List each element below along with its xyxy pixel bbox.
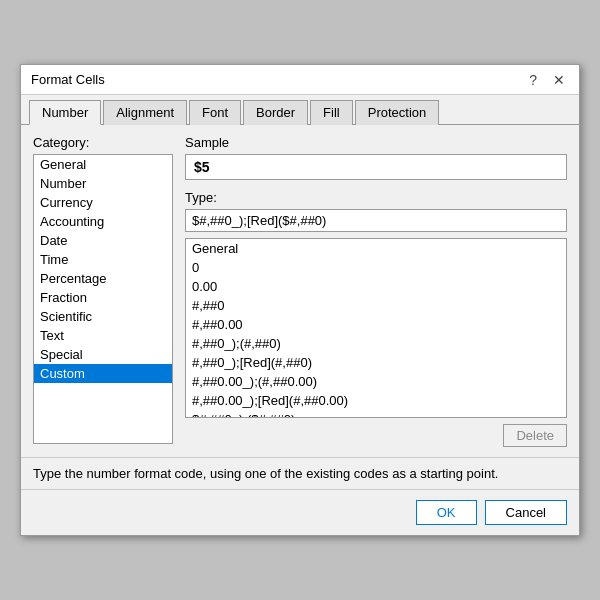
format-item[interactable]: 0.00: [186, 277, 566, 296]
category-item[interactable]: Number: [34, 174, 172, 193]
sample-value: $5: [194, 159, 210, 175]
tab-font[interactable]: Font: [189, 100, 241, 125]
help-button[interactable]: ?: [525, 72, 541, 88]
type-input[interactable]: [185, 209, 567, 232]
title-bar: Format Cells ? ✕: [21, 65, 579, 95]
delete-button[interactable]: Delete: [503, 424, 567, 447]
type-label: Type:: [185, 190, 567, 205]
category-item[interactable]: Time: [34, 250, 172, 269]
category-item[interactable]: General: [34, 155, 172, 174]
tab-border[interactable]: Border: [243, 100, 308, 125]
format-item[interactable]: #,##0_);[Red](#,##0): [186, 353, 566, 372]
title-controls: ? ✕: [525, 72, 569, 88]
format-item[interactable]: $#,##0_);($#,##0): [186, 410, 566, 418]
cancel-button[interactable]: Cancel: [485, 500, 567, 525]
hint-text: Type the number format code, using one o…: [21, 457, 579, 489]
tabs-bar: Number Alignment Font Border Fill Protec…: [21, 95, 579, 125]
category-item[interactable]: Percentage: [34, 269, 172, 288]
tab-fill[interactable]: Fill: [310, 100, 353, 125]
category-item[interactable]: Accounting: [34, 212, 172, 231]
format-item[interactable]: #,##0.00_);(#,##0.00): [186, 372, 566, 391]
category-item[interactable]: Text: [34, 326, 172, 345]
tab-alignment[interactable]: Alignment: [103, 100, 187, 125]
category-item-custom[interactable]: Custom: [34, 364, 172, 383]
tab-protection[interactable]: Protection: [355, 100, 440, 125]
sample-box: $5: [185, 154, 567, 180]
category-item[interactable]: Scientific: [34, 307, 172, 326]
category-list[interactable]: General Number Currency Accounting Date …: [33, 154, 173, 444]
main-content: Category: General Number Currency Accoun…: [21, 125, 579, 457]
ok-button[interactable]: OK: [416, 500, 477, 525]
dialog-footer: OK Cancel: [21, 489, 579, 535]
category-item[interactable]: Currency: [34, 193, 172, 212]
tab-number[interactable]: Number: [29, 100, 101, 125]
format-item[interactable]: #,##0: [186, 296, 566, 315]
right-panel: Sample $5 Type: General 0 0.00 #,##0 #,#…: [185, 135, 567, 447]
category-panel: Category: General Number Currency Accoun…: [33, 135, 173, 447]
format-item[interactable]: #,##0.00: [186, 315, 566, 334]
delete-row: Delete: [185, 424, 567, 447]
category-item[interactable]: Special: [34, 345, 172, 364]
format-item[interactable]: 0: [186, 258, 566, 277]
format-item[interactable]: #,##0_);(#,##0): [186, 334, 566, 353]
close-button[interactable]: ✕: [549, 72, 569, 88]
format-item[interactable]: #,##0.00_);[Red](#,##0.00): [186, 391, 566, 410]
sample-label: Sample: [185, 135, 567, 150]
format-cells-dialog: Format Cells ? ✕ Number Alignment Font B…: [20, 64, 580, 536]
dialog-title: Format Cells: [31, 72, 105, 87]
category-item[interactable]: Fraction: [34, 288, 172, 307]
format-item[interactable]: General: [186, 239, 566, 258]
category-item[interactable]: Date: [34, 231, 172, 250]
format-list[interactable]: General 0 0.00 #,##0 #,##0.00 #,##0_);(#…: [185, 238, 567, 418]
category-label: Category:: [33, 135, 173, 150]
